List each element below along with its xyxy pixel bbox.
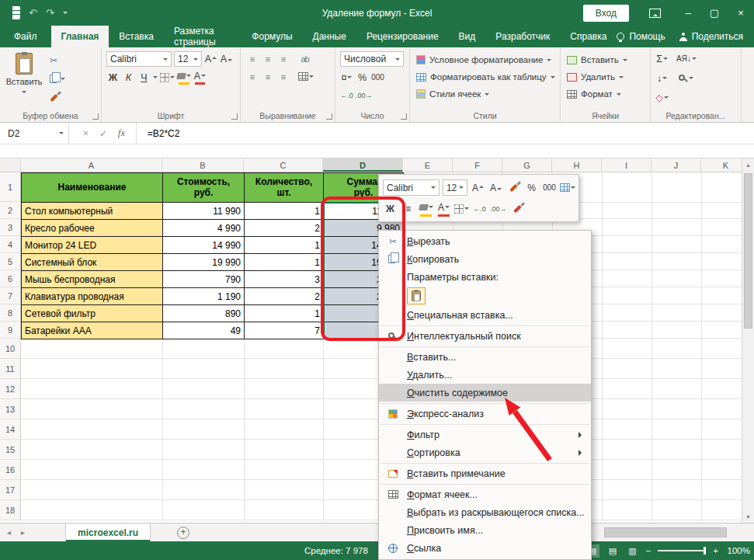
insert-function-icon[interactable]: fx [118, 127, 125, 139]
mini-grow-font-button[interactable]: А [471, 179, 485, 196]
align-bottom-icon[interactable]: ≡ [276, 51, 290, 66]
align-right-icon[interactable]: ≡ [276, 69, 290, 84]
menu-item-insert[interactable]: Вставить... [379, 348, 591, 366]
row-header[interactable]: 6 [0, 270, 20, 287]
conditional-formatting-button[interactable]: Условное форматирование [415, 51, 556, 68]
name-box[interactable]: D2 [0, 123, 68, 144]
minimize-button[interactable]: – [675, 0, 701, 26]
row-header[interactable]: 8 [0, 304, 20, 322]
mini-bold-button[interactable]: Ж [383, 200, 398, 217]
shrink-font-button[interactable]: А [220, 52, 233, 67]
cell[interactable]: Кресло рабочее [22, 220, 163, 237]
cell[interactable]: Сетевой фильтр [22, 305, 163, 322]
next-sheet-icon[interactable]: ▸ [21, 528, 25, 537]
italic-button[interactable]: К [122, 70, 135, 85]
paste-button[interactable]: Вставить [5, 51, 43, 96]
menu-item-define-name[interactable]: Присвоить имя... [379, 521, 591, 539]
cell[interactable]: 1 [245, 305, 324, 322]
maximize-button[interactable]: ▢ [701, 0, 728, 26]
row-header[interactable]: 9 [0, 322, 20, 339]
column-header-i[interactable]: I [602, 158, 651, 172]
cell[interactable]: 3 [245, 271, 324, 288]
row-header[interactable]: 18 [0, 500, 20, 520]
cut-button[interactable]: ✂ [50, 53, 65, 68]
increase-decimal-button[interactable]: ←.0 [340, 88, 353, 103]
percent-style-button[interactable]: % [356, 70, 369, 85]
cell[interactable]: 49 [163, 322, 245, 339]
share-button[interactable]: Поделиться [679, 31, 743, 42]
row-header[interactable]: 7 [0, 287, 20, 304]
comma-style-button[interactable]: 000 [371, 70, 384, 85]
copy-button[interactable] [50, 71, 65, 86]
cell[interactable]: Системный блок [22, 254, 163, 271]
select-all-corner[interactable] [0, 158, 21, 172]
mini-font-name-combo[interactable]: Calibri [383, 179, 440, 196]
new-sheet-button[interactable] [177, 527, 189, 539]
view-page-break-icon[interactable]: ▥ [626, 544, 638, 558]
vertical-scrollbar[interactable]: ▴ ▾ [742, 158, 754, 523]
tab-home[interactable]: Главная [51, 26, 109, 47]
delete-cells-button[interactable]: Удалить [565, 68, 646, 85]
row-header[interactable]: 5 [0, 253, 20, 270]
zoom-slider-knob[interactable] [704, 547, 706, 555]
menu-item-cut[interactable]: ✂Вырезать [379, 232, 591, 250]
mini-font-size-combo[interactable]: 12 [443, 179, 467, 196]
menu-item-paste-special[interactable]: Специальная вставка... [379, 306, 591, 324]
column-header-j[interactable]: J [651, 158, 701, 172]
tab-review[interactable]: Рецензирование [356, 26, 449, 47]
cell[interactable]: Монитор 24 LED [22, 237, 163, 254]
merge-center-button[interactable] [298, 69, 314, 84]
menu-item-clear-contents[interactable]: Очистить содержимое [379, 384, 591, 402]
vertical-scroll-thumb[interactable] [744, 173, 752, 329]
excel-logo-icon[interactable] [7, 6, 20, 19]
undo-icon[interactable]: ↶ [29, 7, 37, 19]
mini-shrink-font-button[interactable]: А [488, 179, 503, 196]
menu-item-filter[interactable]: Фильтр [379, 426, 591, 443]
column-header-a[interactable]: A [21, 158, 162, 172]
cell-a1[interactable]: Наименование [22, 173, 163, 203]
menu-paste-option[interactable] [379, 286, 591, 306]
scroll-down-icon[interactable]: ▾ [742, 510, 754, 523]
autosum-button[interactable]: Σ [655, 51, 669, 66]
mini-increase-decimal-button[interactable]: ←.0 [472, 200, 487, 217]
menu-item-format-cells[interactable]: Формат ячеек... [379, 485, 591, 503]
cell[interactable]: Мышь беспроводная [22, 271, 163, 288]
underline-button[interactable]: Ч [137, 70, 151, 85]
row-header[interactable]: 13 [0, 399, 20, 419]
mini-percent-button[interactable]: % [524, 179, 539, 196]
font-size-combo[interactable]: 12 [174, 51, 202, 67]
mini-align-center-button[interactable]: ≡ [401, 200, 415, 217]
mini-comma-button[interactable]: 000 [542, 179, 557, 196]
find-select-button[interactable] [676, 71, 697, 85]
tab-view[interactable]: Вид [449, 26, 486, 47]
cell[interactable]: 790 [163, 271, 245, 288]
cell[interactable]: 1 [245, 203, 324, 220]
borders-button[interactable] [160, 70, 175, 85]
bold-button[interactable]: Ж [106, 70, 120, 85]
cancel-formula-icon[interactable]: × [83, 128, 89, 139]
decrease-decimal-button[interactable]: .00→ [356, 88, 373, 103]
menu-item-sort[interactable]: Сортировка [379, 443, 591, 461]
format-cells-button[interactable]: Формат [565, 85, 646, 103]
font-dialog-launcher-icon[interactable] [231, 113, 238, 120]
sort-filter-button[interactable]: АЯ↓ [676, 51, 697, 66]
column-header-e[interactable]: E [403, 158, 453, 172]
column-header-f[interactable]: F [453, 158, 502, 172]
format-painter-button[interactable] [50, 90, 65, 105]
row-header[interactable]: 2 [0, 202, 20, 219]
zoom-in-button[interactable]: + [713, 546, 718, 555]
font-name-combo[interactable]: Calibri [106, 51, 172, 67]
ribbon-display-options-icon[interactable] [649, 9, 661, 18]
format-as-table-button[interactable]: Форматировать как таблицу [415, 68, 556, 85]
sign-in-button[interactable]: Вход [583, 5, 629, 22]
clear-button[interactable]: ◇ [655, 90, 669, 105]
row-header[interactable]: 11 [0, 359, 20, 379]
sheet-tab-active[interactable]: microexcel.ru [65, 523, 151, 541]
tab-file[interactable]: Файл [0, 26, 51, 47]
menu-item-pick-from-list[interactable]: Выбрать из раскрывающегося списка... [379, 503, 591, 521]
row-header[interactable]: 1 [0, 172, 20, 202]
grow-font-button[interactable]: А [204, 52, 217, 67]
row-header[interactable]: 16 [0, 460, 20, 480]
cell[interactable]: 1 [245, 254, 324, 271]
alignment-dialog-launcher-icon[interactable] [326, 113, 332, 120]
